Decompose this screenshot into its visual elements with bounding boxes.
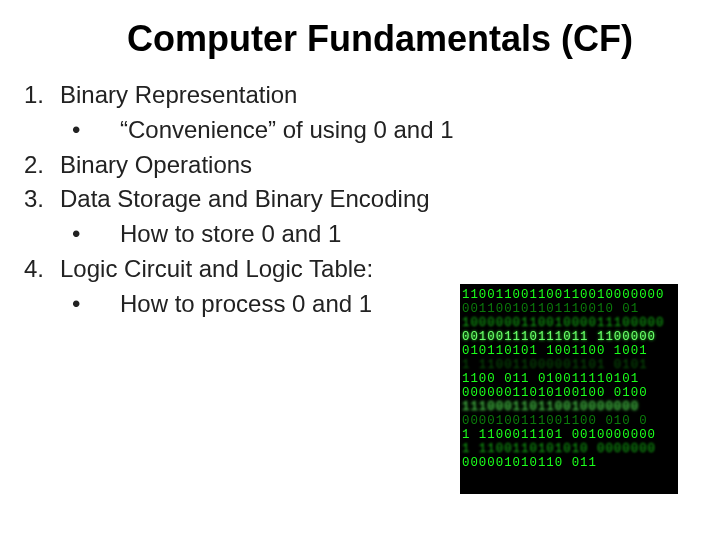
bullet-icon: •	[62, 113, 120, 148]
list-item: 3.Data Storage and Binary Encoding	[24, 182, 700, 217]
item-number: 2.	[24, 148, 60, 183]
binary-matrix-image: 1100110011001100100000000011001011011100…	[460, 284, 678, 494]
sub-item-text: “Convenience” of using 0 and 1	[120, 113, 700, 148]
item-number: 1.	[24, 78, 60, 113]
item-text: Data Storage and Binary Encoding	[60, 182, 700, 217]
list-item: 2.Binary Operations	[24, 148, 700, 183]
slide-title: Computer Fundamentals (CF)	[20, 18, 700, 60]
item-number: 3.	[24, 182, 60, 217]
sub-item: •How to store 0 and 1	[24, 217, 700, 252]
item-number: 4.	[24, 252, 60, 287]
bullet-icon: •	[62, 217, 120, 252]
sub-item: •“Convenience” of using 0 and 1	[24, 113, 700, 148]
list-item: 1.Binary Representation	[24, 78, 700, 113]
item-text: Binary Representation	[60, 78, 700, 113]
list-item: 4.Logic Circuit and Logic Table:	[24, 252, 700, 287]
item-text: Logic Circuit and Logic Table:	[60, 252, 700, 287]
bullet-icon: •	[62, 287, 120, 322]
item-text: Binary Operations	[60, 148, 700, 183]
sub-item-text: How to store 0 and 1	[120, 217, 700, 252]
